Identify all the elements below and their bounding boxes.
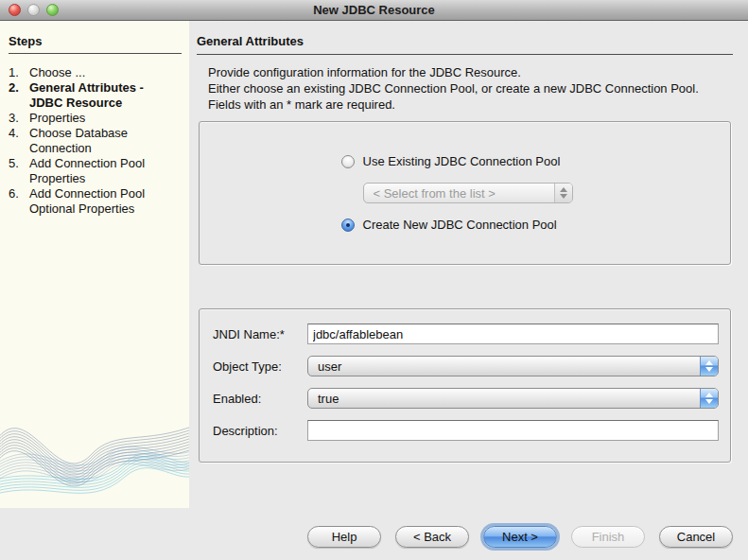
radio-use-existing-pool-label: Use Existing JDBC Connection Pool [363,154,561,168]
finish-button: Finish [571,526,645,548]
existing-pool-select-value: < Select from the list > [364,184,554,202]
description-line-3: Fields with an * mark are required. [208,96,733,113]
minimize-icon[interactable] [27,4,40,16]
stepper-up-icon [705,360,713,365]
close-icon[interactable] [9,4,21,16]
description-line-2: Either choose an existing JDBC Connectio… [208,80,733,96]
enabled-label: Enabled: [213,392,307,406]
cancel-button[interactable]: Cancel [659,526,733,548]
stepper-down-icon [705,367,713,372]
radio-create-new-pool[interactable] [341,219,355,232]
stepper-up-icon [705,393,713,397]
panel-heading: General Attributes [197,34,733,55]
radio-use-existing-pool[interactable] [341,155,355,168]
step-item-6: 6. Add Connection Pool Optional Properti… [9,186,182,217]
combo-stepper-icon [700,357,718,376]
enabled-select[interactable]: true [307,388,719,409]
steps-heading: Steps [9,34,182,54]
combo-stepper-icon [554,184,572,202]
stepper-up-icon [560,187,567,192]
step-item-3: 3. Properties [9,111,182,126]
jndi-name-input[interactable] [307,324,719,344]
general-attributes-panel: General Attributes Provide configuration… [189,21,748,560]
step-item-5: 5. Add Connection Pool Properties [9,156,182,186]
help-button[interactable]: Help [307,526,381,548]
object-type-label: Object Type: [213,359,307,374]
description-input[interactable] [307,420,719,441]
step-item-2-current: 2. General Attributes - JDBC Resource [9,80,182,111]
jndi-name-label: JNDI Name:* [213,327,307,341]
titlebar[interactable]: New JDBC Resource [0,0,748,21]
steps-sidebar: Steps 1. Choose ... 2. General Attribute… [0,21,189,508]
wave-decoration [0,372,189,508]
window-controls [9,4,59,16]
existing-pool-select[interactable]: < Select from the list > [363,183,573,203]
back-button[interactable]: < Back [395,526,469,548]
create-new-pool-option[interactable]: Create New JDBC Connection Pool [341,218,589,232]
stepper-down-icon [705,399,713,404]
zoom-icon[interactable] [46,4,59,16]
combo-stepper-icon [700,389,718,408]
next-button[interactable]: Next > [483,526,557,548]
description-line-1: Provide configuration information for th… [208,64,733,80]
description-label: Description: [213,424,307,438]
wizard-buttons: Help < Back Next > Finish Cancel [307,526,733,548]
object-type-select-value: user [308,357,700,376]
stepper-down-icon [560,194,567,199]
step-item-1: 1. Choose ... [9,65,182,80]
attributes-groupbox: JNDI Name:* Object Type: user [199,308,731,463]
step-item-4: 4. Choose Database Connection [9,126,182,156]
use-existing-pool-option[interactable]: Use Existing JDBC Connection Pool [341,154,589,168]
object-type-select[interactable]: user [307,356,719,376]
connection-pool-groupbox: Use Existing JDBC Connection Pool < Sele… [199,121,731,265]
enabled-select-value: true [308,389,700,408]
new-jdbc-resource-dialog: New JDBC Resource Steps 1. Choose ... 2.… [0,0,748,560]
radio-create-new-pool-label: Create New JDBC Connection Pool [363,218,557,232]
window-title: New JDBC Resource [313,3,435,17]
